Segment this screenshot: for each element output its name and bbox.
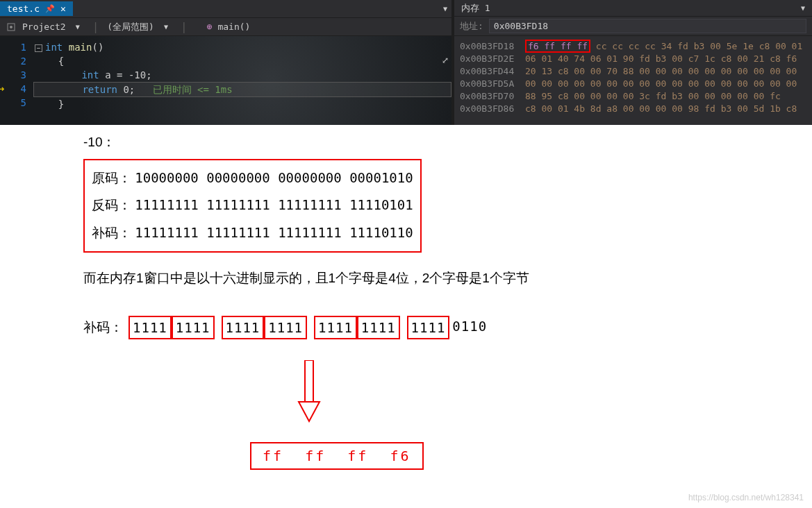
- tab-filename: test.c: [7, 3, 40, 14]
- memory-title-bar: 内存 1 ▼: [454, 0, 812, 17]
- memory-row: 0x00B3FD70 88 95 c8 00 00 00 00 3c fd b3…: [460, 90, 806, 103]
- nibble: 1111: [357, 316, 400, 340]
- nibble: 1111: [172, 316, 215, 340]
- pin-icon[interactable]: 📌: [45, 4, 55, 13]
- nibble: 1111: [314, 316, 357, 340]
- nibble: 1111: [407, 316, 450, 340]
- memory-row: 0x00B3FD2E 06 01 40 74 06 01 90 fd b3 00…: [460, 53, 806, 65]
- ide-container: test.c 📌 ✕ ▼ Project2 ▼ | (全局范围) ▼ | ⊕ m…: [0, 0, 812, 125]
- svg-rect-2: [305, 360, 313, 402]
- explanation: -10： 原码： 10000000 00000000 00000000 0000…: [0, 125, 812, 470]
- nibble-last: 0110: [449, 316, 490, 340]
- tab-dropdown-icon[interactable]: ▼: [439, 5, 451, 12]
- watermark: https://blog.csdn.net/wh128341: [688, 493, 804, 502]
- function-icon: ⊕: [207, 22, 213, 32]
- memory-title: 内存 1: [461, 2, 490, 15]
- project-dropdown-icon[interactable]: ▼: [72, 23, 84, 31]
- memory-row: 0x00B3FD86 c8 00 01 4b 8d a8 00 00 00 00…: [460, 103, 806, 115]
- line-number: 5: [0, 96, 26, 110]
- line-number: 1: [0, 40, 26, 54]
- original-code-row: 原码： 10000000 00000000 00000000 00001010: [92, 164, 413, 192]
- number-title: -10：: [83, 133, 729, 152]
- nav-back-icon[interactable]: [6, 22, 17, 33]
- arrow-down-icon: [292, 360, 729, 428]
- code-line-current: return 0; 已用时间 <= 1ms: [33, 82, 451, 97]
- file-tab[interactable]: test.c 📌 ✕: [0, 1, 73, 16]
- memory-dump[interactable]: 0x00B3FD18 f6 ff ff ff cc cc cc cc 34 fd…: [454, 36, 812, 119]
- code-content[interactable]: −int main() { int a = -10; return 0; 已用时…: [35, 36, 451, 125]
- memory-row: 0x00B3FD18 f6 ff ff ff cc cc cc cc 34 fd…: [460, 40, 806, 53]
- memory-panel: 内存 1 ▼ 地址: 0x00B3FD18 f6 ff ff ff cc cc …: [454, 0, 812, 125]
- fold-icon[interactable]: −: [35, 44, 42, 52]
- svg-point-1: [10, 26, 13, 28]
- memory-highlight: f6 ff ff ff: [525, 40, 590, 53]
- hex-bytes-box: ff ff ff f6: [250, 442, 424, 470]
- code-editor[interactable]: ⤢ ➜ 1 2 3 4 5 −int main() { int a = -10;…: [0, 36, 451, 125]
- address-label: 地址:: [460, 20, 483, 33]
- line-number: 3: [0, 68, 26, 82]
- memory-address-bar: 地址:: [454, 17, 812, 36]
- code-line: }: [35, 97, 451, 111]
- scope-dropdown-icon[interactable]: ▼: [160, 23, 172, 31]
- line-number: 2: [0, 54, 26, 68]
- scope-selector[interactable]: (全局范围): [107, 21, 154, 33]
- code-line: −int main(): [35, 40, 451, 54]
- svg-marker-3: [299, 402, 320, 421]
- nibble: 1111: [129, 316, 172, 340]
- memory-panel-dropdown-icon[interactable]: ▼: [801, 4, 805, 12]
- hex-explanation-text: 而在内存1窗口中是以十六进制显示的，且1个字母是4位，2个字母是1个字节: [83, 269, 729, 288]
- binary-codes-box: 原码： 10000000 00000000 00000000 00001010 …: [83, 159, 422, 253]
- line-gutter: ➜ 1 2 3 4 5: [0, 36, 35, 125]
- nibble: 1111: [264, 316, 307, 340]
- address-input[interactable]: [489, 19, 806, 33]
- close-icon[interactable]: ✕: [60, 3, 66, 14]
- project-name[interactable]: Project2: [22, 22, 66, 32]
- code-panel: test.c 📌 ✕ ▼ Project2 ▼ | (全局范围) ▼ | ⊕ m…: [0, 0, 451, 125]
- function-name[interactable]: main(): [217, 22, 250, 32]
- memory-row: 0x00B3FD44 20 13 c8 00 00 70 88 00 00 00…: [460, 65, 806, 78]
- nibble: 1111: [222, 316, 265, 340]
- memory-row: 0x00B3FD5A 00 00 00 00 00 00 00 00 00 00…: [460, 78, 806, 90]
- code-line: int a = -10;: [35, 68, 451, 82]
- toolbar: Project2 ▼ | (全局范围) ▼ | ⊕ main(): [0, 18, 451, 36]
- code-line: {: [35, 54, 451, 68]
- breakpoint-arrow-icon[interactable]: ➜: [0, 82, 4, 96]
- inverse-code-row: 反码： 11111111 11111111 11111111 11110101: [92, 192, 413, 219]
- tab-bar: test.c 📌 ✕ ▼: [0, 0, 451, 18]
- hex-result: ff ff ff f6: [250, 442, 729, 470]
- maximize-icon[interactable]: ⤢: [442, 56, 449, 65]
- nibble-row: 补码： 1111 1111 1111 1111 1111 1111 1111 0…: [83, 316, 729, 340]
- complement-code-row: 补码： 11111111 11111111 11111111 11110110: [92, 219, 413, 247]
- nibble-label: 补码：: [83, 319, 123, 337]
